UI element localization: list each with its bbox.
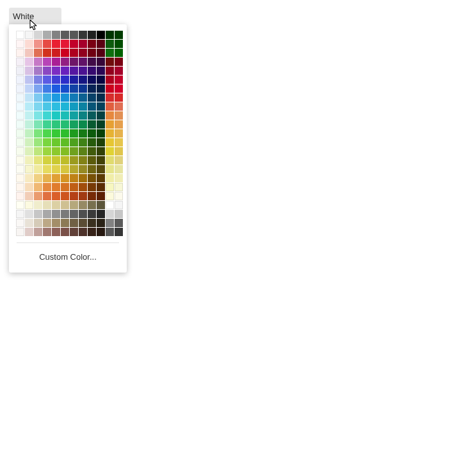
color-swatch[interactable] [16,156,24,164]
color-swatch[interactable] [97,138,105,147]
color-swatch[interactable] [106,75,114,84]
color-swatch[interactable] [16,129,24,138]
color-swatch[interactable] [97,192,105,200]
color-swatch[interactable] [106,201,114,209]
color-swatch[interactable] [97,219,105,227]
color-swatch[interactable] [34,49,42,57]
color-swatch[interactable] [52,228,60,236]
color-swatch[interactable] [52,147,60,155]
custom-color-link[interactable]: Custom Color... [16,243,120,270]
color-swatch[interactable] [106,31,114,39]
color-swatch[interactable] [34,210,42,218]
color-swatch[interactable] [34,201,42,209]
color-swatch[interactable] [34,147,42,155]
color-swatch[interactable] [43,120,51,129]
color-swatch[interactable] [79,201,87,209]
color-swatch[interactable] [106,93,114,102]
color-swatch[interactable] [79,183,87,191]
color-swatch[interactable] [43,228,51,236]
color-swatch[interactable] [34,138,42,147]
color-swatch[interactable] [106,156,114,164]
color-swatch[interactable] [106,111,114,120]
color-swatch[interactable] [25,219,33,227]
color-swatch[interactable] [97,31,105,39]
color-swatch[interactable] [61,111,69,120]
color-swatch[interactable] [97,120,105,129]
color-picker-button[interactable]: White [9,8,61,24]
color-swatch[interactable] [106,138,114,147]
color-swatch[interactable] [88,165,96,173]
color-swatch[interactable] [97,58,105,66]
color-swatch[interactable] [70,147,78,155]
color-swatch[interactable] [61,228,69,236]
color-swatch[interactable] [52,84,60,93]
color-swatch[interactable] [115,192,123,200]
color-swatch[interactable] [16,49,24,57]
color-swatch[interactable] [106,102,114,111]
color-swatch[interactable] [106,165,114,173]
color-swatch[interactable] [25,147,33,155]
color-swatch[interactable] [43,201,51,209]
color-swatch[interactable] [25,165,33,173]
color-swatch[interactable] [25,129,33,138]
color-swatch[interactable] [79,40,87,48]
color-swatch[interactable] [70,93,78,102]
color-swatch[interactable] [43,183,51,191]
color-swatch[interactable] [43,138,51,147]
color-swatch[interactable] [88,228,96,236]
color-swatch[interactable] [115,75,123,84]
color-swatch[interactable] [43,75,51,84]
color-swatch[interactable] [25,156,33,164]
color-swatch[interactable] [61,75,69,84]
color-swatch[interactable] [106,67,114,75]
color-swatch[interactable] [70,49,78,57]
color-swatch[interactable] [16,147,24,155]
color-swatch[interactable] [61,210,69,218]
color-swatch[interactable] [52,192,60,200]
color-swatch[interactable] [34,165,42,173]
color-swatch[interactable] [34,40,42,48]
color-swatch[interactable] [16,58,24,66]
color-swatch[interactable] [88,120,96,129]
color-swatch[interactable] [25,210,33,218]
color-swatch[interactable] [16,165,24,173]
color-swatch[interactable] [43,84,51,93]
color-swatch[interactable] [43,219,51,227]
color-swatch[interactable] [52,129,60,138]
color-swatch[interactable] [52,67,60,75]
color-swatch[interactable] [43,67,51,75]
color-swatch[interactable] [43,192,51,200]
color-swatch[interactable] [106,58,114,66]
color-swatch[interactable] [88,219,96,227]
color-swatch[interactable] [61,31,69,39]
color-swatch[interactable] [115,102,123,111]
color-swatch[interactable] [70,67,78,75]
color-swatch[interactable] [97,129,105,138]
color-swatch[interactable] [34,219,42,227]
color-swatch[interactable] [70,75,78,84]
color-swatch[interactable] [52,58,60,66]
color-swatch[interactable] [79,111,87,120]
color-swatch[interactable] [97,147,105,155]
color-swatch[interactable] [97,156,105,164]
color-swatch[interactable] [16,84,24,93]
color-swatch[interactable] [88,138,96,147]
color-swatch[interactable] [106,120,114,129]
color-swatch[interactable] [88,192,96,200]
color-swatch[interactable] [16,201,24,209]
color-swatch[interactable] [52,75,60,84]
color-swatch[interactable] [70,183,78,191]
color-swatch[interactable] [61,174,69,182]
color-swatch[interactable] [43,129,51,138]
color-swatch[interactable] [88,67,96,75]
color-swatch[interactable] [115,147,123,155]
color-swatch[interactable] [70,58,78,66]
color-swatch[interactable] [43,40,51,48]
color-swatch[interactable] [61,40,69,48]
color-swatch[interactable] [34,84,42,93]
color-swatch[interactable] [115,67,123,75]
color-swatch[interactable] [70,129,78,138]
color-swatch[interactable] [61,165,69,173]
color-swatch[interactable] [16,111,24,120]
color-swatch[interactable] [88,31,96,39]
